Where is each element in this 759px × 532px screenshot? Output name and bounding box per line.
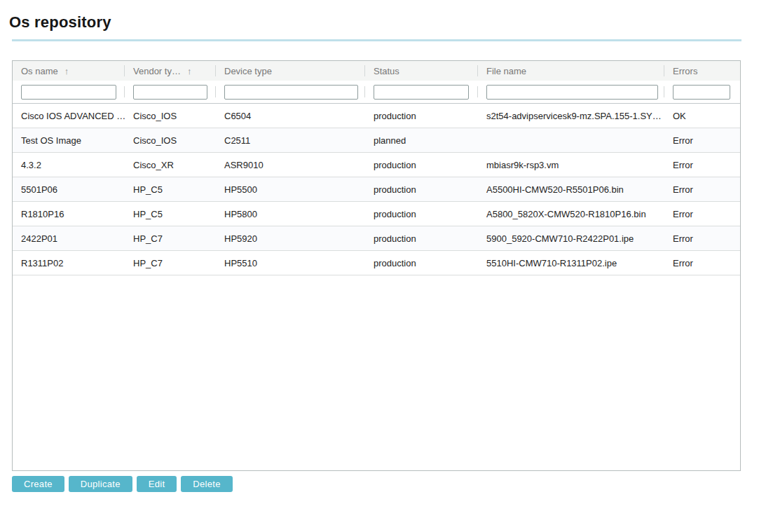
cell-errors: Error	[664, 226, 740, 250]
os-repository-table: Os name↑Vendor ty…↑Device typeStatusFile…	[12, 60, 741, 471]
filter-cell-errors	[664, 81, 740, 103]
table-row[interactable]: 5501P06HP_C5HP5500productionA5500HI-CMW5…	[13, 177, 740, 202]
table-row[interactable]: Cisco IOS ADVANCED …Cisco_IOSC6504produc…	[13, 104, 740, 128]
title-underline	[12, 39, 741, 41]
cell-errors: Error	[664, 153, 740, 177]
column-header-vendor-type[interactable]: Vendor ty…↑	[125, 61, 216, 81]
cell-vendor-type: Cisco_XR	[125, 153, 216, 177]
table-header-row: Os name↑Vendor ty…↑Device typeStatusFile…	[13, 61, 740, 81]
edit-button[interactable]: Edit	[137, 476, 177, 492]
table-row[interactable]: R1810P16HP_C5HP5800productionA5800_5820X…	[13, 202, 740, 226]
column-header-file-name[interactable]: File name	[478, 61, 664, 81]
cell-file-name: s2t54-advipservicesk9-mz.SPA.155-1.SY…	[478, 104, 664, 128]
table-row[interactable]: 2422P01HP_C7HP5920production5900_5920-CM…	[13, 226, 740, 251]
cell-status: production	[365, 251, 478, 275]
cell-file-name: 5510HI-CMW710-R1311P02.ipe	[478, 251, 664, 275]
create-button[interactable]: Create	[12, 476, 64, 492]
delete-button[interactable]: Delete	[181, 476, 232, 492]
cell-os-name: 4.3.2	[13, 153, 125, 177]
filter-input-status[interactable]	[374, 85, 469, 100]
column-header-label: Os name	[21, 66, 58, 76]
column-header-label: Errors	[673, 66, 697, 76]
cell-os-name: Cisco IOS ADVANCED …	[13, 104, 125, 128]
column-header-label: File name	[486, 66, 526, 76]
cell-errors: OK	[664, 104, 740, 128]
cell-file-name: mbiasr9k-rsp3.vm	[478, 153, 664, 177]
filter-input-device-type[interactable]	[224, 85, 358, 100]
cell-vendor-type: HP_C7	[125, 226, 216, 250]
cell-errors: Error	[664, 202, 740, 226]
filter-cell-file-name	[478, 81, 664, 103]
filter-input-os-name[interactable]	[21, 85, 116, 100]
action-button-bar: Create Duplicate Edit Delete	[12, 476, 233, 492]
column-header-label: Status	[374, 66, 399, 76]
page-title: Os repository	[9, 13, 111, 32]
cell-status: production	[365, 153, 478, 177]
cell-status: production	[365, 177, 478, 201]
sort-ascending-icon: ↑	[64, 66, 69, 76]
filter-input-errors[interactable]	[673, 85, 730, 100]
column-header-label: Device type	[224, 66, 272, 76]
cell-vendor-type: HP_C7	[125, 251, 216, 275]
table-row[interactable]: Test OS ImageCisco_IOSC2511plannedError	[13, 128, 740, 153]
cell-os-name: 2422P01	[13, 226, 125, 250]
filter-cell-vendor-type	[125, 81, 216, 103]
filter-input-vendor-type[interactable]	[133, 85, 207, 100]
cell-device-type: HP5510	[216, 251, 365, 275]
cell-status: production	[365, 104, 478, 128]
cell-os-name: Test OS Image	[13, 128, 125, 152]
cell-vendor-type: HP_C5	[125, 202, 216, 226]
cell-errors: Error	[664, 177, 740, 201]
column-header-errors[interactable]: Errors	[664, 61, 740, 81]
cell-device-type: C6504	[216, 104, 365, 128]
table-body: Cisco IOS ADVANCED …Cisco_IOSC6504produc…	[13, 104, 740, 275]
column-header-device-type[interactable]: Device type	[216, 61, 365, 81]
table-row[interactable]: R1311P02HP_C7HP5510production5510HI-CMW7…	[13, 251, 740, 275]
cell-os-name: R1810P16	[13, 202, 125, 226]
cell-errors: Error	[664, 251, 740, 275]
cell-status: production	[365, 226, 478, 250]
cell-status: planned	[365, 128, 478, 152]
filter-cell-device-type	[216, 81, 365, 103]
cell-device-type: HP5920	[216, 226, 365, 250]
cell-vendor-type: Cisco_IOS	[125, 128, 216, 152]
cell-device-type: C2511	[216, 128, 365, 152]
table-row[interactable]: 4.3.2Cisco_XRASR9010productionmbiasr9k-r…	[13, 153, 740, 177]
cell-os-name: 5501P06	[13, 177, 125, 201]
cell-errors: Error	[664, 128, 740, 152]
filter-cell-status	[365, 81, 478, 103]
cell-status: production	[365, 202, 478, 226]
filter-input-file-name[interactable]	[486, 85, 658, 100]
sort-ascending-icon: ↑	[187, 66, 192, 76]
cell-vendor-type: HP_C5	[125, 177, 216, 201]
cell-device-type: HP5800	[216, 202, 365, 226]
cell-device-type: HP5500	[216, 177, 365, 201]
os-repository-page: Os repository Os name↑Vendor ty…↑Device …	[0, 0, 759, 532]
cell-file-name: 5900_5920-CMW710-R2422P01.ipe	[478, 226, 664, 250]
cell-vendor-type: Cisco_IOS	[125, 104, 216, 128]
column-header-os-name[interactable]: Os name↑	[13, 61, 125, 81]
duplicate-button[interactable]: Duplicate	[69, 476, 132, 492]
column-header-label: Vendor ty…	[133, 66, 181, 76]
cell-file-name: A5500HI-CMW520-R5501P06.bin	[478, 177, 664, 201]
cell-file-name	[478, 128, 664, 152]
cell-file-name: A5800_5820X-CMW520-R1810P16.bin	[478, 202, 664, 226]
cell-device-type: ASR9010	[216, 153, 365, 177]
column-header-status[interactable]: Status	[365, 61, 478, 81]
table-filter-row	[13, 81, 740, 104]
cell-os-name: R1311P02	[13, 251, 125, 275]
filter-cell-os-name	[13, 81, 125, 103]
